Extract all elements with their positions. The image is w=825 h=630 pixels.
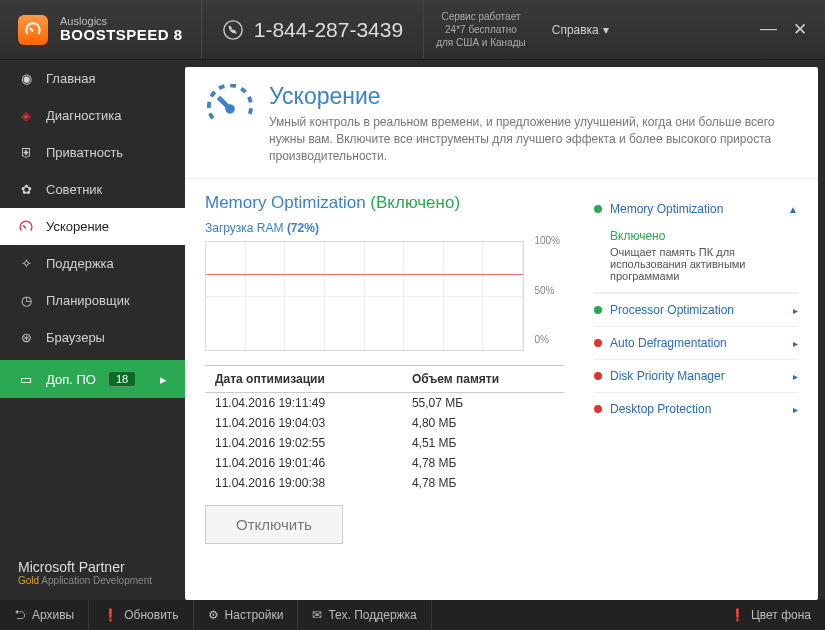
chevron-right-icon: ▸: [793, 305, 798, 316]
globe-icon: ⊛: [18, 330, 34, 345]
nav-privacy[interactable]: ⛨Приватность: [0, 134, 185, 171]
tool-detail: Включено Очищает память ПК для использов…: [594, 225, 798, 293]
nav-scheduler[interactable]: ◷Планировщик: [0, 282, 185, 319]
page-desc: Умный контроль в реальном времени, и пре…: [269, 114, 796, 164]
table-row: 11.04.2016 19:11:4955,07 МБ: [205, 393, 564, 414]
sidebar: ◉Главная ◈Диагностика ⛨Приватность ✿Сове…: [0, 60, 185, 600]
status-dot-icon: [594, 405, 602, 413]
service-info: Сервис работает 24*7 бесплатно для США и…: [424, 10, 538, 49]
nav-extra-software[interactable]: ▭ Доп. ПО 18 ▸: [0, 360, 185, 398]
status-dot-icon: [594, 339, 602, 347]
alert-icon: ❗: [730, 608, 745, 622]
ram-chart: [205, 241, 524, 351]
page-gauge-icon: [207, 83, 253, 131]
extra-badge: 18: [108, 371, 136, 387]
chevron-right-icon: ▸: [793, 404, 798, 415]
chevron-right-icon: ▸: [793, 371, 798, 382]
tools-list: Memory Optimization▲ Включено Очищает па…: [580, 193, 798, 586]
wrench-icon: ✧: [18, 256, 34, 271]
status-dot-icon: [594, 205, 602, 213]
logo-icon: [18, 15, 48, 45]
footer-update[interactable]: ❗Обновить: [89, 600, 193, 630]
ram-label: Загрузка RAM (72%): [205, 221, 564, 235]
clock-icon: ◷: [18, 293, 34, 308]
chevron-right-icon: ▸: [160, 372, 167, 387]
chevron-up-icon: ▲: [788, 204, 798, 215]
optimization-table: Дата оптимизацииОбъем памяти 11.04.2016 …: [205, 365, 564, 493]
nav-diagnostics[interactable]: ◈Диагностика: [0, 97, 185, 134]
nav-speedup[interactable]: Ускорение: [0, 208, 185, 245]
phone-number: 1-844-287-3439: [254, 18, 403, 42]
svg-line-2: [23, 225, 26, 228]
svg-line-0: [30, 28, 33, 31]
footer-settings[interactable]: ⚙Настройки: [194, 600, 299, 630]
product-name: BOOSTSPEED 8: [60, 27, 183, 44]
nav-advisor[interactable]: ✿Советник: [0, 171, 185, 208]
th-date: Дата оптимизации: [205, 366, 402, 393]
gear-icon: ✿: [18, 182, 34, 197]
chevron-right-icon: ▸: [793, 338, 798, 349]
back-icon: ⮌: [14, 608, 26, 622]
help-menu[interactable]: Справка ▾: [538, 23, 623, 37]
footer-theme[interactable]: ❗Цвет фона: [716, 600, 825, 630]
phone-box: 1-844-287-3439: [201, 0, 424, 59]
gauge-icon: [18, 220, 34, 234]
chevron-down-icon: ▾: [603, 23, 609, 37]
phone-icon: [222, 19, 244, 41]
nav-support[interactable]: ✧Поддержка: [0, 245, 185, 282]
logo: Auslogics BOOSTSPEED 8: [0, 15, 201, 45]
target-icon: ◉: [18, 71, 34, 86]
svg-point-4: [227, 106, 233, 112]
footer-archive[interactable]: ⮌Архивы: [0, 600, 89, 630]
titlebar: Auslogics BOOSTSPEED 8 1-844-287-3439 Се…: [0, 0, 825, 60]
th-size: Объем памяти: [402, 366, 564, 393]
status-dot-icon: [594, 306, 602, 314]
footer-support[interactable]: ✉Тех. Поддержка: [298, 600, 431, 630]
disable-button[interactable]: Отключить: [205, 505, 343, 544]
page-header: Ускорение Умный контроль в реальном врем…: [185, 67, 818, 179]
gear-icon: ⚙: [208, 608, 219, 622]
table-row: 11.04.2016 19:01:464,78 МБ: [205, 453, 564, 473]
tool-memory[interactable]: Memory Optimization▲: [594, 193, 798, 225]
chat-icon: ✉: [312, 608, 322, 622]
footer: ⮌Архивы ❗Обновить ⚙Настройки ✉Тех. Подде…: [0, 600, 825, 630]
status-dot-icon: [594, 372, 602, 380]
tool-desktop-protection[interactable]: Desktop Protection▸: [594, 392, 798, 425]
tool-defrag[interactable]: Auto Defragmentation▸: [594, 326, 798, 359]
nav-home[interactable]: ◉Главная: [0, 60, 185, 97]
chart-line: [206, 274, 523, 275]
page-title: Ускорение: [269, 83, 796, 110]
content: Ускорение Умный контроль в реальном врем…: [185, 67, 818, 600]
minimize-button[interactable]: —: [760, 19, 777, 40]
briefcase-icon: ▭: [18, 372, 34, 387]
table-row: 11.04.2016 19:00:384,78 МБ: [205, 473, 564, 493]
nav-browsers[interactable]: ⊛Браузеры: [0, 319, 185, 356]
close-button[interactable]: ✕: [793, 19, 807, 40]
partner-badge: Microsoft Partner Gold Application Devel…: [0, 545, 185, 600]
tool-processor[interactable]: Processor Optimization▸: [594, 293, 798, 326]
alert-icon: ❗: [103, 608, 118, 622]
alert-icon: ◈: [18, 108, 34, 123]
table-row: 11.04.2016 19:02:554,51 МБ: [205, 433, 564, 453]
section-title: Memory Optimization (Включено): [205, 193, 564, 213]
tool-disk-priority[interactable]: Disk Priority Manager▸: [594, 359, 798, 392]
table-row: 11.04.2016 19:04:034,80 МБ: [205, 413, 564, 433]
shield-icon: ⛨: [18, 145, 34, 160]
chart-y-ticks: 100%50%0%: [534, 235, 560, 345]
